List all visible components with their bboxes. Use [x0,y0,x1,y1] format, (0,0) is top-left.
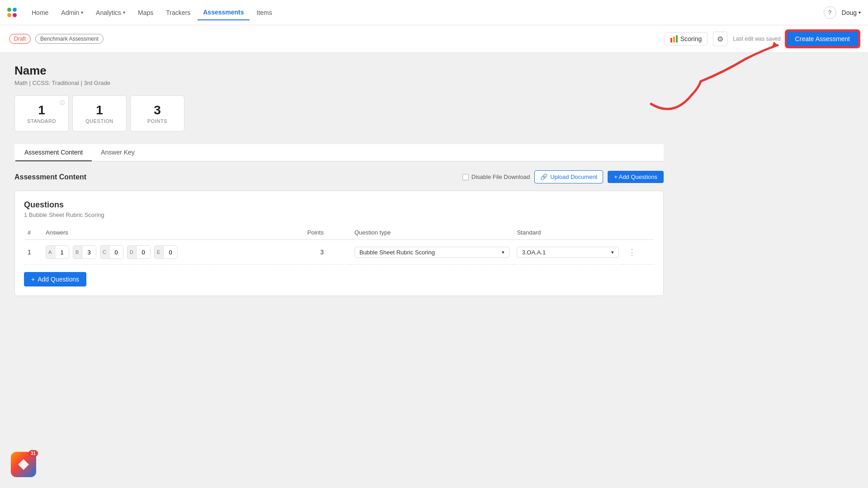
nav-item-items[interactable]: Items [251,5,278,20]
col-standard: Standard [513,225,623,240]
question-type-dropdown[interactable]: Bubble Sheet Rubric Scoring▾ [354,247,509,258]
logo-dot-bl [7,13,11,17]
main-content: Name Math | CCSS: Traditional | 3rd Grad… [0,53,678,307]
create-assessment-button[interactable]: Create Assessment [786,31,859,47]
info-icon[interactable]: ⓘ [60,99,65,106]
bar-2 [673,37,675,42]
questions-box: Questions 1 Bubble Sheet Rubric Scoring … [14,191,664,296]
logo-dot-tr [13,8,17,12]
questions-title: Questions [24,200,654,210]
questions-table-head: # Answers Points Question type Standard [24,225,654,240]
nav-item-trackers[interactable]: Trackers [160,5,196,20]
answer-label-e: E [155,246,164,258]
assessment-meta: Math | CCSS: Traditional | 3rd Grade [14,80,664,86]
answer-input-d[interactable] [137,246,150,258]
question-number: 1 [84,103,115,117]
assessment-type-badge: Benchmark Assessment [35,34,104,44]
add-questions-label-bottom: Add Questions [38,276,79,283]
answer-input-group-a: A [46,245,69,259]
add-questions-button-top[interactable]: + Add Questions [608,171,664,183]
row-actions-cell: ⋮ [623,240,654,265]
assessment-title: Name [14,64,664,78]
disable-download-label: Disable File Download [472,174,530,180]
logo-dots [7,8,17,18]
logo-dot-br [13,13,17,17]
col-question-type: Question type [351,225,513,240]
answer-input-group-d: D [127,245,151,259]
questions-table: # Answers Points Question type Standard … [24,225,654,265]
content-tabs: Assessment Content Answer Key [14,144,664,161]
last-edit-text: Last edit was saved [733,35,780,43]
top-navigation: Home Admin Analytics Maps Trackers Asses… [0,0,868,25]
plus-icon: + [31,276,35,283]
standard-chevron: ▾ [611,249,614,255]
bar-1 [670,38,672,42]
col-points: Points [273,225,351,240]
row-question-type: Bubble Sheet Rubric Scoring▾ [351,240,513,265]
answer-input-group-e: E [154,245,178,259]
answer-input-c[interactable] [109,246,123,258]
disable-download-checkbox[interactable] [462,174,469,180]
answer-input-b[interactable] [82,246,96,258]
col-actions [623,225,654,240]
question-type-chevron: ▾ [502,249,505,255]
last-edit-info: Last edit was saved [733,35,780,43]
upload-label: Upload Document [550,174,597,180]
answer-input-e[interactable] [164,246,177,258]
row-answers: ABCDE [42,240,273,265]
user-menu[interactable]: Doug [842,9,861,16]
nav-items: Home Admin Analytics Maps Trackers Asses… [26,5,824,20]
stats-row: ⓘ 1 STANDARD 1 QUESTION 3 POINTS [14,95,664,131]
stat-card-standard: ⓘ 1 STANDARD [14,95,69,131]
scoring-icon [670,35,678,42]
tab-answer-key[interactable]: Answer Key [92,144,144,161]
answer-label-c: C [100,246,109,258]
answer-label-a: A [46,246,55,258]
standard-dropdown[interactable]: 3.OA.A.1▾ [517,247,619,258]
sub-nav-left: Draft Benchmark Assessment [9,34,104,44]
standard-value: 3.OA.A.1 [522,249,546,256]
nav-item-home[interactable]: Home [26,5,54,20]
tab-assessment-content[interactable]: Assessment Content [15,144,92,161]
sub-nav-right: Scoring ⚙ Last edit was saved Create Ass… [665,31,859,47]
col-num: # [24,225,42,240]
answer-input-group-c: C [100,245,123,259]
row-standard: 3.OA.A.1▾ [513,240,623,265]
app-logo[interactable] [7,8,17,18]
standard-label: STANDARD [26,118,57,124]
bar-3 [676,35,678,42]
row-number: 1 [24,240,42,265]
stat-card-points: 3 POINTS [130,95,184,131]
answer-input-a[interactable] [55,246,69,258]
row-more-actions[interactable]: ⋮ [626,248,638,257]
standard-number: 1 [26,103,57,117]
scoring-label: Scoring [680,35,702,42]
question-label: QUESTION [84,118,115,124]
answer-label-d: D [127,246,137,258]
add-questions-button-bottom[interactable]: + Add Questions [24,272,86,286]
nav-item-admin[interactable]: Admin [56,5,89,20]
points-label: POINTS [142,118,173,124]
answer-input-group-b: B [73,245,96,259]
answer-label-b: B [73,246,82,258]
draft-badge: Draft [9,34,31,44]
upload-icon: 🔗 [540,174,547,180]
nav-item-analytics[interactable]: Analytics [90,5,131,20]
question-type-value: Bubble Sheet Rubric Scoring [359,249,435,256]
disable-download-option: Disable File Download [462,174,530,180]
upload-document-button[interactable]: 🔗 Upload Document [534,170,603,183]
sub-navigation: Draft Benchmark Assessment Scoring ⚙ Las… [0,25,868,53]
questions-tbody: 1ABCDE3Bubble Sheet Rubric Scoring▾3.OA.… [24,240,654,265]
nav-item-maps[interactable]: Maps [132,5,159,20]
nav-item-assessments[interactable]: Assessments [198,5,249,20]
nav-right: ? Doug [824,6,861,19]
logo-dot-tl [7,8,11,12]
table-row: 1ABCDE3Bubble Sheet Rubric Scoring▾3.OA.… [24,240,654,265]
row-points: 3 [273,240,351,265]
section-actions: Disable File Download 🔗 Upload Document … [462,170,664,183]
scoring-button[interactable]: Scoring [665,32,708,46]
help-button[interactable]: ? [824,6,836,19]
col-answers: Answers [42,225,273,240]
settings-button[interactable]: ⚙ [713,32,727,46]
questions-subtitle: 1 Bubble Sheet Rubric Scoring [24,211,654,218]
